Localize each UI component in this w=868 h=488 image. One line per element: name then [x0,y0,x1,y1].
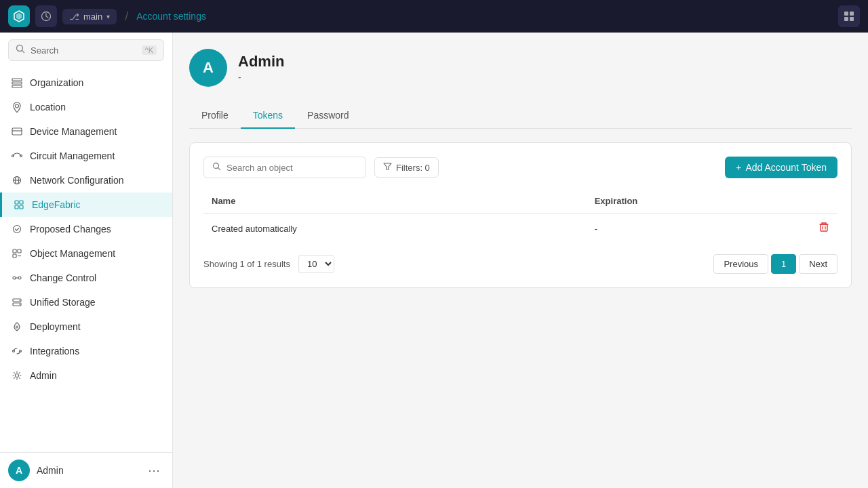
search-label: Search [31,45,136,56]
svg-rect-6 [850,17,854,21]
sidebar-item-edge-fabric[interactable]: EdgeFabric [0,192,172,217]
svg-marker-42 [384,163,391,169]
layout: Search ^K Organization Location De [0,33,868,488]
network-configuration-icon [11,174,23,186]
search-bar[interactable]: Search ^K [8,39,164,61]
svg-point-24 [14,226,21,233]
svg-rect-43 [821,224,827,231]
svg-point-39 [16,374,19,378]
object-management-icon [11,247,23,260]
tab-tokens[interactable]: Tokens [241,103,295,129]
svg-rect-25 [13,249,16,253]
svg-rect-20 [15,201,18,204]
breadcrumb-account-settings[interactable]: Account settings [136,11,206,22]
breadcrumb-separator: / [125,9,128,24]
col-name: Name [203,189,587,214]
sidebar-item-change-control[interactable]: Change Control [0,266,172,290]
svg-point-12 [16,104,19,108]
location-icon [11,101,23,113]
network-configuration-label: Network Configuration [30,175,124,186]
account-info: Admin - [238,53,284,83]
tab-profile[interactable]: Profile [189,103,241,129]
svg-point-34 [19,300,20,301]
sidebar-item-proposed-changes[interactable]: Proposed Changes [0,217,172,241]
apps-button[interactable] [838,5,860,27]
admin-icon [11,369,23,382]
sidebar-item-admin[interactable]: Admin [0,363,172,388]
sidebar-item-object-management[interactable]: Object Management [0,241,172,266]
search-icon [16,44,25,56]
add-button-label: Add Account Token [745,162,827,173]
edge-fabric-label: EdgeFabric [32,199,81,210]
account-name: Admin [238,53,284,70]
history-icon[interactable] [35,5,57,27]
sidebar-item-organization[interactable]: Organization [0,70,172,95]
unified-storage-icon [11,296,23,308]
sidebar-item-circuit-management[interactable]: Circuit Management [0,144,172,168]
device-management-label: Device Management [30,126,117,137]
organization-label: Organization [30,77,83,88]
unified-storage-label: Unified Storage [30,297,96,308]
sidebar-item-device-management[interactable]: Device Management [0,119,172,144]
user-initial: A [16,465,22,476]
main-content: A Admin - Profile Tokens Password [173,33,868,488]
previous-page-button[interactable]: Previous [713,254,768,274]
tokens-card: Filters: 0 + Add Account Token Name Expi… [189,142,852,288]
search-shortcut: ^K [142,45,157,55]
admin-label: Admin [30,370,57,381]
search-object-icon [212,161,221,174]
svg-rect-26 [18,249,21,253]
app-logo[interactable] [8,5,30,27]
add-icon: + [736,162,741,173]
results-text: Showing 1 of 1 results [203,259,290,269]
svg-point-16 [20,155,22,157]
sidebar-item-deployment[interactable]: Deployment [0,314,172,339]
sidebar-bottom: A Admin ⋯ [0,452,172,488]
deployment-label: Deployment [30,321,81,332]
branch-selector[interactable]: ⎇ main ▾ [62,9,117,24]
filters-button[interactable]: Filters: 0 [374,157,439,178]
branch-name: main [83,12,102,22]
search-object-wrap[interactable] [203,157,366,178]
svg-rect-9 [12,79,22,81]
user-menu-button[interactable]: ⋯ [144,462,164,479]
account-tabs: Profile Tokens Password [189,103,852,129]
nav-items: Organization Location Device Management … [0,68,172,452]
integrations-icon [11,345,23,357]
account-header: A Admin - [189,49,852,87]
filter-icon [383,162,392,173]
tokens-table: Name Expiration Created automatically - [203,189,837,243]
user-name: Admin [37,465,137,476]
col-expiration: Expiration [587,189,810,214]
svg-rect-3 [844,12,848,16]
delete-token-button[interactable] [818,223,829,235]
sidebar-item-unified-storage[interactable]: Unified Storage [0,290,172,314]
svg-line-41 [218,168,220,170]
svg-rect-13 [12,128,22,135]
sidebar-item-integrations[interactable]: Integrations [0,339,172,363]
search-object-input[interactable] [226,163,357,173]
svg-rect-11 [12,85,22,87]
svg-rect-22 [15,205,18,209]
next-page-button[interactable]: Next [799,254,837,274]
svg-point-35 [19,304,20,305]
account-sub: - [238,72,284,83]
topbar-right [838,5,860,27]
pagination-row: Showing 1 of 1 results 10 25 50 Previous… [203,254,837,274]
sidebar-item-location[interactable]: Location [0,95,172,119]
tokens-toolbar: Filters: 0 + Add Account Token [203,157,837,178]
per-page-select[interactable]: 10 25 50 [298,255,334,273]
sidebar-item-network-configuration[interactable]: Network Configuration [0,168,172,192]
table-row: Created automatically - [203,214,837,244]
current-page-button[interactable]: 1 [771,254,796,274]
change-control-icon [11,272,23,284]
add-account-token-button[interactable]: + Add Account Token [725,157,837,178]
token-expiration: - [587,214,810,244]
circuit-management-icon [11,150,23,162]
account-initial: A [203,59,214,77]
tab-password[interactable]: Password [295,103,361,129]
svg-rect-21 [20,201,23,204]
pagination-buttons: Previous 1 Next [713,254,837,274]
account-avatar: A [189,49,227,87]
svg-line-8 [22,51,24,53]
